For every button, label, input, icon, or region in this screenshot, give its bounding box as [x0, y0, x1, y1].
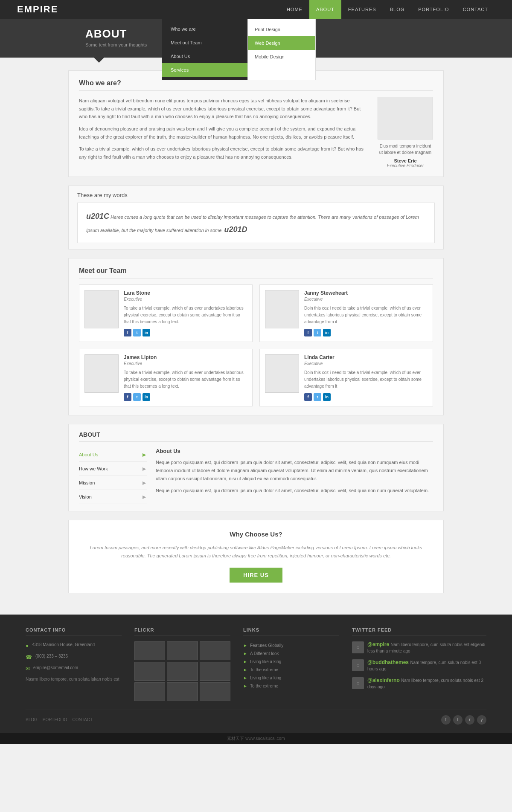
flickr-thumb-9[interactable] [200, 682, 230, 701]
dropdown-services[interactable]: Services [162, 63, 247, 77]
quote-box: Heres comes a long quote that can be use… [77, 203, 435, 243]
footer-bottom-contact[interactable]: CONTACT [72, 717, 93, 722]
dropdown-mobile-design[interactable]: Mobile Design [248, 50, 315, 64]
flickr-thumb-7[interactable] [134, 682, 165, 701]
hire-us-button[interactable]: HIRE US [230, 568, 282, 583]
twitter-icon-lara[interactable]: t [133, 329, 141, 336]
footer-link-4[interactable]: ► Living like a king [243, 674, 339, 682]
team-avatar-linda [265, 354, 299, 393]
who-paragraph-1: Nam aliquam volutpat vel bibendum nunc e… [79, 97, 369, 121]
twitter-icon-linda[interactable]: t [314, 393, 321, 401]
about-nav-arrow-2: ► [141, 479, 147, 486]
nav-portfolio[interactable]: PORTFOLIO [411, 0, 456, 19]
team-name-james: James Lipton [124, 354, 247, 360]
tweet-user-2[interactable]: @alexinferno [367, 677, 400, 683]
footer-contact: CONTACT INFO ● 4318 Mansion House, Green… [26, 627, 122, 701]
team-desc-janny: Doin this coz i need to take a trivial e… [304, 305, 428, 325]
nav-home[interactable]: HOME [280, 0, 309, 19]
why-choose-section: Why Choose Us? Lorem Ipsum passages, and… [68, 520, 444, 593]
nav-features[interactable]: FEATURES [341, 0, 383, 19]
nav-blog[interactable]: BLOG [383, 0, 412, 19]
facebook-icon-janny[interactable]: f [304, 329, 312, 336]
footer-address: ● 4318 Mansion House, Greenland [26, 641, 122, 650]
footer-link-1[interactable]: ► A Different look [243, 650, 339, 658]
link-arrow-2: ► [243, 659, 247, 664]
flickr-thumb-4[interactable] [134, 662, 165, 681]
tweet-user-0[interactable]: @empire [367, 641, 389, 647]
dropdown-who-we-are[interactable]: Who we are [162, 22, 247, 36]
footer-phone-text: (000) 233 – 3236 [35, 653, 68, 659]
team-desc-lara: To take a trivial example, which of us e… [124, 305, 247, 325]
footer-link-3[interactable]: ► To the extreme [243, 666, 339, 674]
link-arrow-4: ► [243, 676, 247, 680]
about-nav-vision[interactable]: Vision ► [79, 490, 147, 504]
team-card-lara: Lara Stone Executive To take a trivial e… [79, 284, 253, 342]
logo: EMPIRE [17, 4, 58, 15]
linkedin-icon-janny[interactable]: in [323, 329, 331, 336]
footer-link-5[interactable]: ► To the extreme [243, 682, 339, 690]
who-paragraph-2: Idea of denouncing pleasure and praising… [79, 125, 369, 141]
footer-flickr-title: FLICKR [134, 627, 230, 635]
team-social-lara: f t in [124, 329, 247, 336]
footer-bottom-blog[interactable]: BLOG [26, 717, 38, 722]
team-role-janny: Executive [304, 297, 428, 302]
linkedin-icon-lara[interactable]: in [143, 329, 150, 336]
about-main-content: About Us Neque porro quisquam est, qui d… [156, 448, 433, 504]
footer-link-0[interactable]: ► Features Globally [243, 641, 339, 650]
facebook-icon-linda[interactable]: f [304, 393, 312, 401]
nav-about[interactable]: ABOUT [309, 0, 341, 19]
footer-link-2[interactable]: ► Living like a king [243, 658, 339, 666]
linkedin-icon-linda[interactable]: in [323, 393, 331, 401]
tweet-content-0: @empire Nam libero tempore, cum soluta n… [367, 641, 486, 654]
dropdown-print-design[interactable]: Print Design [248, 23, 315, 36]
footer-twitter: TWITTER FEED ☺ @empire Nam libero tempor… [352, 627, 486, 701]
dropdown-about-us[interactable]: About Us [162, 49, 247, 63]
link-arrow-1: ► [243, 651, 247, 656]
footer-bottom-links: BLOG PORTFOLIO CONTACT [26, 717, 93, 722]
linkedin-icon-james[interactable]: in [143, 393, 150, 401]
flickr-thumb-3[interactable] [200, 641, 230, 660]
link-arrow-3: ► [243, 667, 247, 672]
why-title: Why Choose Us? [86, 531, 426, 538]
about-nav-how-we-work[interactable]: How we Work ► [79, 462, 147, 476]
flickr-thumb-5[interactable] [167, 662, 198, 681]
team-avatar-janny [265, 290, 299, 328]
footer-facebook-icon[interactable]: f [441, 715, 451, 725]
twitter-icon-james[interactable]: t [133, 393, 141, 401]
about-nav-label-mission: Mission [79, 480, 95, 485]
about-content-p1: Neque porro quisquam est, qui dolorem ip… [156, 458, 433, 482]
facebook-icon-lara[interactable]: f [124, 329, 131, 336]
dropdown-meet-team[interactable]: Meet out Team [162, 36, 247, 49]
footer-grid: CONTACT INFO ● 4318 Mansion House, Green… [26, 627, 486, 701]
about-content-title: About Us [156, 448, 433, 454]
team-title: Meet our Team [79, 267, 433, 278]
footer-rss-icon[interactable]: r [465, 715, 474, 725]
nav-contact[interactable]: CONTACT [456, 0, 495, 19]
twitter-icon-janny[interactable]: t [314, 329, 321, 336]
who-we-are-content: Nam aliquam volutpat vel bibendum nunc e… [79, 97, 433, 168]
about-nav-about-us[interactable]: About Us ► [79, 448, 147, 462]
facebook-icon-james[interactable]: f [124, 393, 131, 401]
tweet-user-1[interactable]: @buddhathemes [367, 659, 409, 665]
team-grid: Lara Stone Executive To take a trivial e… [79, 284, 433, 406]
dropdown-web-design[interactable]: Web Design [248, 36, 315, 50]
about-nav-mission[interactable]: Mission ► [79, 476, 147, 490]
flickr-thumb-2[interactable] [167, 641, 198, 660]
quote-section: These are my words Heres comes a long qu… [68, 186, 444, 249]
flickr-thumb-1[interactable] [134, 641, 165, 660]
footer-social-icons: f t r y [441, 715, 486, 725]
watermark: 素材天下 www.sucaisucai.com [0, 733, 512, 744]
about-content-p2: Neque porro quisquam est, qui dolorem ip… [156, 487, 433, 495]
tweet-content-2: @alexinferno Nam libero tempore, cum sol… [367, 677, 486, 690]
footer-twitter-icon[interactable]: t [453, 715, 463, 725]
about-layout: About Us ► How we Work ► Mission ► Visio… [79, 448, 433, 504]
flickr-thumb-6[interactable] [200, 662, 230, 681]
who-sidebar: Eius modi tempora incidunt ut labore et … [378, 97, 433, 168]
footer-bottom-portfolio[interactable]: PORTFOLIO [43, 717, 67, 722]
tweet-1: ☺ @buddhathemes Nam tempore, cum soluta … [352, 659, 486, 672]
team-name-janny: Janny Steweheart [304, 290, 428, 296]
dropdown-col1: Who we are Meet out Team About Us Servic… [162, 19, 247, 80]
footer-youtube-icon[interactable]: y [477, 715, 486, 725]
team-section: Meet our Team Lara Stone Executive To ta… [68, 258, 444, 415]
flickr-thumb-8[interactable] [167, 682, 198, 701]
